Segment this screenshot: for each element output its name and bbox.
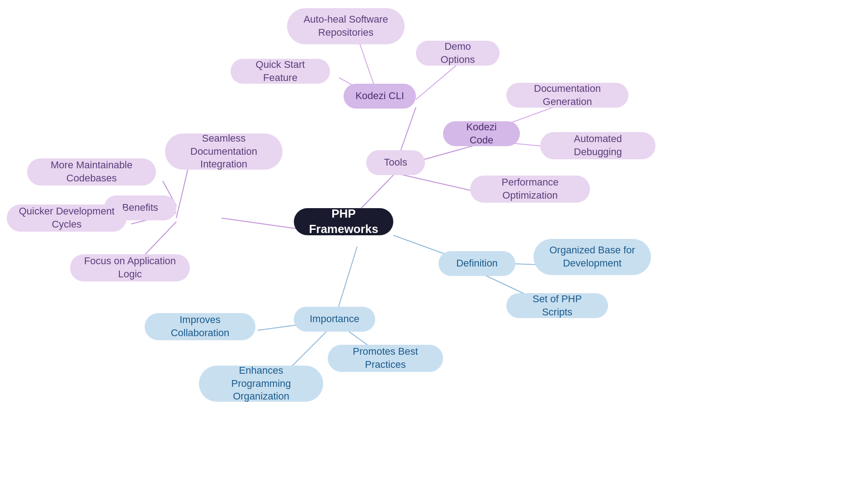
promotes-best-node: Promotes Best Practices [328,345,443,372]
seamless-doc-node: Seamless Documentation Integration [165,133,283,170]
auto-debug-node: Automated Debugging [540,132,656,159]
maintainable-node: More Maintainable Codebases [27,158,156,186]
improves-collab-node: Improves Collaboration [145,313,255,340]
kodezi-code-node: Kodezi Code [443,121,520,146]
focus-node: Focus on Application Logic [70,254,190,281]
enhances-prog-node: Enhances Programming Organization [199,366,323,402]
quick-start-node: Quick Start Feature [231,59,330,84]
organized-base-node: Organized Base for Development [533,239,651,275]
perf-opt-node: Performance Optimization [470,176,590,203]
kodezi-cli-node: Kodezi CLI [344,84,416,109]
center-node: PHP Frameworks [294,208,393,235]
doc-gen-node: Documentation Generation [506,83,628,108]
svg-line-10 [396,173,479,192]
demo-options-node: Demo Options [416,41,500,66]
importance-node: Importance [294,307,375,332]
tools-node: Tools [366,150,425,175]
auto-heal-node: Auto-heal Software Repositories [287,8,405,44]
set-php-node: Set of PHP Scripts [506,293,608,318]
quicker-node: Quicker Development Cycles [7,205,127,232]
definition-node: Definition [439,251,515,276]
